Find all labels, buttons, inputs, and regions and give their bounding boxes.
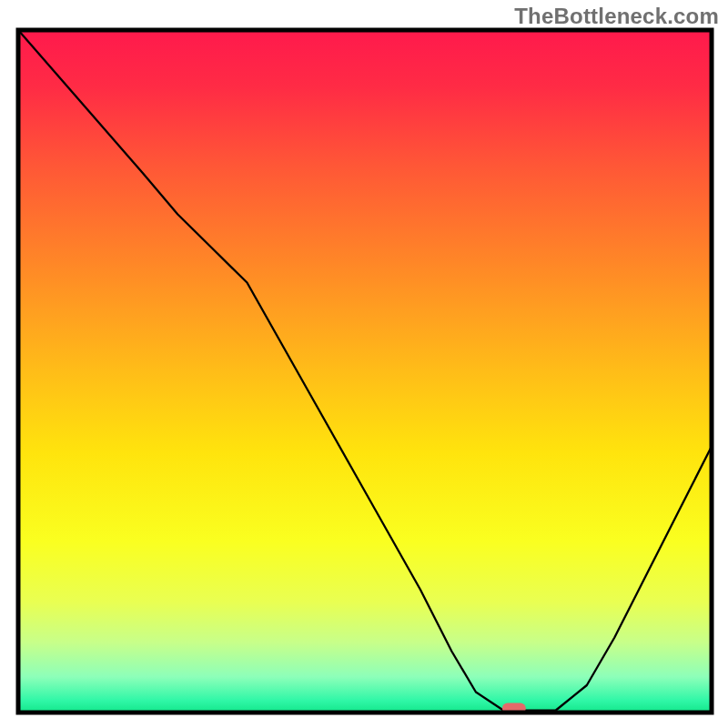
bottleneck-chart	[0, 0, 728, 728]
gradient-background	[20, 32, 710, 711]
chart-container: TheBottleneck.com	[0, 0, 728, 728]
